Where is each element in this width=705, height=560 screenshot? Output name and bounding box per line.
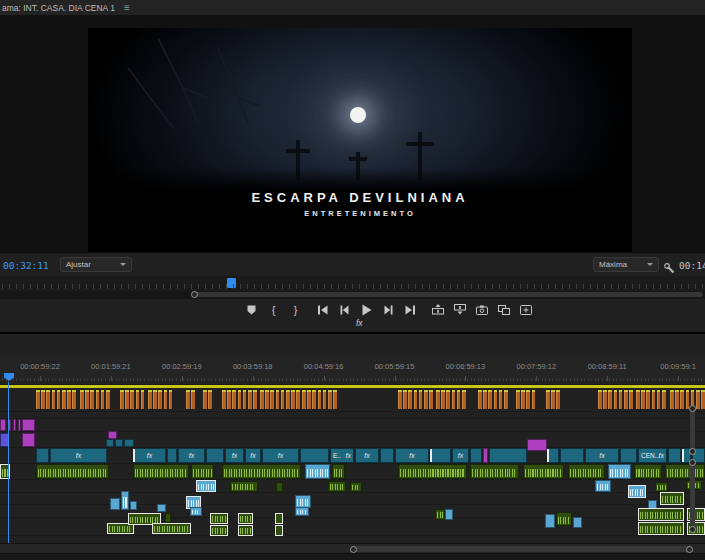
audio-clip-a1[interactable] — [36, 464, 109, 479]
caption-clip[interactable] — [446, 390, 450, 409]
caption-clip[interactable] — [208, 390, 212, 409]
video-preview[interactable]: ESCARPA DEVILNIANA ENTRETENIMENTO — [88, 28, 632, 252]
caption-clip[interactable] — [323, 390, 327, 409]
caption-clip[interactable] — [598, 390, 602, 409]
caption-clip[interactable] — [169, 390, 173, 409]
video-clip-v1[interactable]: fx — [225, 448, 244, 463]
extract-icon[interactable] — [453, 303, 466, 316]
video-clip-v1[interactable] — [470, 448, 482, 463]
audio-clip[interactable] — [275, 525, 283, 536]
caption-clip[interactable] — [521, 390, 525, 409]
caption-clip[interactable] — [85, 390, 89, 409]
audio-clip-a1[interactable] — [568, 464, 605, 479]
caption-clip[interactable] — [424, 390, 428, 409]
mark-out-icon[interactable]: } — [289, 303, 302, 316]
audio-clip-a1[interactable] — [398, 464, 467, 479]
video-clip-v1[interactable]: fx — [178, 448, 205, 463]
audio-clip[interactable] — [210, 513, 228, 524]
caption-clip[interactable] — [670, 390, 674, 409]
audio-clip[interactable] — [238, 525, 253, 536]
audio-clip[interactable] — [638, 508, 684, 521]
go-to-in-icon[interactable] — [316, 303, 329, 316]
caption-clip[interactable] — [556, 390, 560, 409]
caption-clip[interactable] — [186, 390, 190, 409]
add-marker-icon[interactable] — [245, 303, 258, 316]
video-clip-v1[interactable]: fx — [585, 448, 619, 463]
audio-clip[interactable] — [210, 525, 228, 536]
caption-clip[interactable] — [222, 390, 226, 409]
video-clip-v1[interactable]: fx — [245, 448, 261, 463]
audio-clip-a1[interactable] — [191, 464, 214, 479]
caption-clip[interactable] — [457, 390, 461, 409]
playback-quality-dropdown[interactable]: Máxima — [593, 257, 659, 272]
caption-clip[interactable] — [248, 390, 252, 409]
audio-clip[interactable] — [152, 523, 191, 534]
caption-clip[interactable] — [80, 390, 84, 409]
caption-clip[interactable] — [328, 390, 332, 409]
caption-clip[interactable] — [312, 390, 316, 409]
caption-clip[interactable] — [101, 390, 105, 409]
caption-clip[interactable] — [270, 390, 274, 409]
video-clip-v3[interactable] — [18, 419, 21, 431]
audio-clip[interactable] — [190, 507, 202, 516]
audio-clip[interactable] — [545, 514, 555, 528]
video-clip-v1[interactable]: fx — [395, 448, 429, 463]
audio-clip[interactable] — [295, 507, 309, 516]
video-clip-v1[interactable]: fx — [452, 448, 469, 463]
caption-clip[interactable] — [701, 390, 705, 409]
monitor-scrollbar-thumb[interactable] — [195, 292, 703, 297]
caption-clip[interactable] — [136, 390, 140, 409]
caption-clip[interactable] — [125, 390, 129, 409]
video-clip-v1[interactable]: fx — [50, 448, 107, 463]
caption-clip[interactable] — [614, 390, 618, 409]
audio-clip[interactable] — [655, 482, 668, 492]
caption-clip[interactable] — [243, 390, 247, 409]
video-scrollbar-handle[interactable] — [689, 448, 696, 455]
audio-clip[interactable] — [196, 480, 216, 492]
caption-clip[interactable] — [276, 390, 280, 409]
video-clip-v1[interactable] — [206, 448, 224, 463]
audio-clip-a1[interactable] — [523, 464, 564, 479]
caption-clip[interactable] — [619, 390, 623, 409]
caption-clip[interactable] — [90, 390, 94, 409]
video-clip-v1[interactable] — [430, 448, 451, 463]
audio-clip[interactable] — [276, 482, 283, 492]
video-clip-v2[interactable] — [22, 433, 35, 447]
video-clip-v1[interactable] — [489, 448, 527, 463]
caption-clip[interactable] — [675, 390, 679, 409]
caption-clip[interactable] — [153, 390, 157, 409]
audio-scrollbar-handle[interactable] — [689, 526, 696, 533]
audio-clip[interactable] — [328, 481, 346, 492]
caption-clip[interactable] — [130, 390, 134, 409]
caption-clip[interactable] — [52, 390, 56, 409]
audio-clip[interactable] — [350, 482, 362, 492]
video-clip-v1[interactable] — [620, 448, 637, 463]
audio-clip[interactable] — [230, 481, 258, 492]
video-clip-v2[interactable] — [106, 439, 114, 447]
timeline-playhead-line[interactable] — [8, 382, 9, 543]
caption-clip[interactable] — [57, 390, 61, 409]
caption-clip[interactable] — [441, 390, 445, 409]
video-clip-v1[interactable] — [560, 448, 584, 463]
video-clip-v3[interactable] — [0, 419, 6, 431]
audio-clip[interactable] — [556, 512, 572, 526]
caption-clip[interactable] — [46, 390, 50, 409]
timeline-hscroll-handle[interactable] — [350, 546, 357, 553]
video-clip-v1[interactable] — [668, 448, 681, 463]
caption-clip[interactable] — [96, 390, 100, 409]
caption-clip[interactable] — [333, 390, 337, 409]
video-clip-v1[interactable]: CEN...fx — [638, 448, 667, 463]
caption-clip[interactable] — [158, 390, 162, 409]
caption-clip[interactable] — [532, 390, 536, 409]
caption-clip[interactable] — [608, 390, 612, 409]
caption-clip[interactable] — [72, 390, 76, 409]
caption-clip[interactable] — [302, 390, 306, 409]
caption-clip[interactable] — [478, 390, 482, 409]
audio-clip[interactable] — [638, 522, 684, 535]
caption-clip[interactable] — [516, 390, 520, 409]
caption-clip[interactable] — [67, 390, 71, 409]
audio-clip[interactable] — [628, 485, 646, 498]
caption-clip[interactable] — [203, 390, 207, 409]
audio-clip-a1[interactable] — [332, 464, 345, 479]
caption-clip[interactable] — [652, 390, 656, 409]
